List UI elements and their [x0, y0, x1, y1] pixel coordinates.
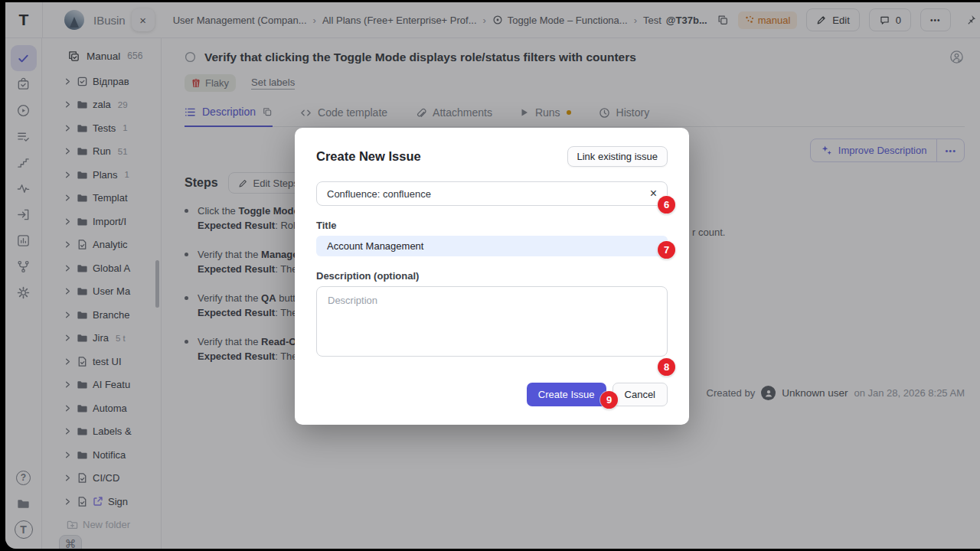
title-field-label: Title [316, 220, 668, 231]
annotation-badge-9: 9 [600, 391, 618, 409]
create-issue-button[interactable]: Create Issue [527, 383, 606, 406]
create-issue-modal: Create New Issue Link existing issue Con… [295, 128, 689, 425]
integration-select[interactable]: Confluence: confluence × [316, 181, 668, 206]
integration-value: Confluence: confluence [327, 188, 431, 200]
issue-title-input[interactable] [316, 236, 668, 256]
description-field-label: Description (optional) [316, 270, 668, 282]
modal-title: Create New Issue [316, 149, 421, 164]
annotation-badge-6: 6 [658, 196, 675, 214]
clear-icon[interactable]: × [650, 187, 657, 200]
annotation-badge-7: 7 [658, 241, 675, 259]
link-existing-issue-button[interactable]: Link existing issue [567, 146, 668, 167]
annotation-badge-8: 8 [658, 358, 675, 376]
cancel-button[interactable]: Cancel [612, 383, 668, 406]
issue-description-textarea[interactable] [316, 286, 668, 357]
app-window: T IBusin × User Management (Compan... › … [5, 2, 980, 549]
